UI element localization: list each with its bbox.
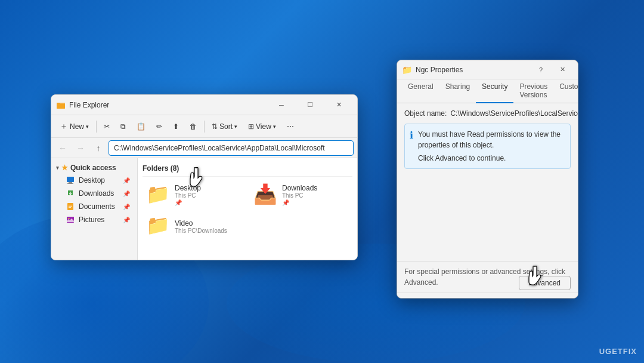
sidebar-item-downloads[interactable]: Downloads 📌	[54, 187, 135, 200]
ngc-footer-info: For special permissions or advanced sett…	[397, 261, 578, 293]
ngc-title-folder-icon: 📁	[402, 65, 412, 75]
view-label: View	[256, 122, 271, 131]
svg-rect-3	[67, 177, 74, 182]
info-box: ℹ You must have Read permissions to view…	[404, 124, 571, 169]
ngc-dialog-buttons: OK Cancel	[397, 293, 578, 299]
view-icon: ⊞	[248, 122, 254, 131]
info-line1: You must have Read permissions to view t…	[418, 130, 561, 149]
video-folder-info: Video This PC\Downloads	[175, 219, 227, 234]
tab-general[interactable]: General	[402, 79, 439, 103]
object-name-value: C:\Windows\ServiceProfiles\LocalService\…	[450, 109, 578, 118]
rename-icon: ✏	[156, 122, 162, 131]
documents-icon	[66, 202, 75, 211]
downloads-pin-icon: 📌	[123, 190, 130, 197]
address-bar: ← → ↑	[51, 138, 357, 158]
ngc-titlebar: 📁 Ngc Properties ? ✕	[397, 60, 578, 79]
ok-button[interactable]: OK	[494, 298, 524, 299]
quick-access-label: Quick access	[70, 164, 116, 172]
cut-button[interactable]: ✂	[99, 121, 114, 133]
fe-maximize-button[interactable]: ☐	[296, 96, 324, 114]
downloads-folder-name: Downloads	[282, 184, 317, 192]
toolbar-separator-2	[204, 121, 205, 133]
more-options-button[interactable]: ⋯	[282, 121, 299, 133]
toolbar-separator-1	[96, 121, 97, 133]
view-chevron-icon: ▾	[273, 124, 276, 130]
ngc-body: Object name: C:\Windows\ServiceProfiles\…	[397, 103, 578, 261]
tab-security[interactable]: Security	[476, 79, 513, 103]
pictures-icon	[66, 215, 75, 224]
quick-access-header[interactable]: ▾ ★ Quick access	[51, 162, 137, 174]
sort-chevron-icon: ▾	[234, 124, 237, 130]
folders-section-header: Folders (8)	[143, 163, 352, 177]
more-icon: ⋯	[287, 122, 294, 131]
svg-rect-9	[69, 207, 71, 208]
video-folder-path: This PC\Downloads	[175, 227, 227, 234]
new-icon: ＋	[60, 121, 68, 132]
ngc-close-button[interactable]: ✕	[552, 61, 573, 78]
svg-rect-5	[67, 183, 73, 184]
paste-button[interactable]: 📋	[132, 121, 150, 133]
sort-icon: ⇅	[212, 122, 218, 131]
file-explorer-app-icon	[56, 100, 66, 110]
copy-icon: ⧉	[120, 122, 126, 131]
documents-label: Documents	[79, 202, 122, 211]
desktop-folder-pin-icon: 📌	[175, 199, 201, 206]
sidebar-item-desktop[interactable]: Desktop 📌	[54, 174, 135, 187]
tab-customize[interactable]: Customize	[553, 79, 578, 103]
downloads-label: Downloads	[79, 189, 122, 198]
forward-button[interactable]: →	[73, 140, 88, 156]
delete-button[interactable]: 🗑	[185, 121, 202, 133]
object-name-label: Object name:	[404, 109, 447, 118]
downloads-folder-path: This PC	[282, 192, 317, 199]
svg-rect-4	[69, 182, 72, 183]
address-input[interactable]	[109, 140, 354, 156]
desktop-folder-info: Desktop This PC 📌	[175, 184, 201, 206]
sidebar-item-pictures[interactable]: Pictures 📌	[54, 213, 135, 226]
new-label: New	[70, 122, 84, 131]
cancel-button[interactable]: Cancel	[528, 298, 571, 299]
svg-rect-2	[57, 104, 65, 109]
file-explorer-toolbar: ＋ New ▾ ✂ ⧉ 📋 ✏ ⬆ 🗑 ⇅ Sort ▾ ⊞	[51, 115, 357, 138]
fe-minimize-button[interactable]: ─	[268, 96, 295, 114]
share-button[interactable]: ⬆	[168, 121, 184, 133]
file-explorer-content: ▾ ★ Quick access Desktop 📌	[51, 158, 357, 260]
new-chevron-icon: ▾	[86, 124, 89, 130]
view-button[interactable]: ⊞ View ▾	[243, 121, 281, 133]
video-folder-name: Video	[175, 219, 227, 227]
desktop-pin-icon: 📌	[123, 177, 130, 184]
fe-close-button[interactable]: ✕	[325, 96, 352, 114]
sort-button[interactable]: ⇅ Sort ▾	[207, 121, 242, 133]
object-name-row: Object name: C:\Windows\ServiceProfiles\…	[404, 109, 571, 118]
sort-label: Sort	[219, 122, 233, 131]
up-button[interactable]: ↑	[91, 140, 106, 156]
sidebar-item-documents[interactable]: Documents 📌	[54, 200, 135, 213]
watermark: UGETFIX	[599, 347, 637, 356]
quick-access-star-icon: ★	[61, 164, 68, 172]
downloads-folder-info: Downloads This PC 📌	[282, 184, 317, 206]
folder-item-desktop[interactable]: 📁 Desktop This PC 📌	[143, 182, 245, 208]
desktop-label: Desktop	[79, 176, 122, 184]
folder-item-downloads[interactable]: 📥 Downloads This PC 📌	[250, 182, 352, 208]
desktop-folder-path: This PC	[175, 192, 201, 199]
desktop-folder-icon-wrap: 📁	[146, 184, 170, 206]
video-folder-icon: 📁	[146, 214, 170, 236]
new-button[interactable]: ＋ New ▾	[55, 119, 94, 134]
ngc-window-controls: ? ✕	[530, 61, 573, 78]
tab-sharing[interactable]: Sharing	[439, 79, 476, 103]
back-button[interactable]: ←	[55, 140, 70, 156]
info-icon: ℹ	[410, 130, 413, 164]
info-message: You must have Read permissions to view t…	[418, 129, 565, 164]
svg-point-11	[69, 218, 70, 219]
folder-item-video[interactable]: 📁 Video This PC\Downloads	[143, 213, 245, 239]
ngc-help-button[interactable]: ?	[530, 61, 552, 78]
desktop-folder-icon: 📁	[146, 183, 170, 205]
delete-icon: 🗑	[190, 122, 197, 131]
tab-previous-versions[interactable]: Previous Versions	[513, 79, 553, 103]
file-explorer-main: Folders (8) 📁 Desktop This PC 📌	[138, 158, 357, 260]
pictures-pin-icon: 📌	[123, 217, 130, 223]
advanced-button[interactable]: Advanced	[519, 276, 571, 290]
ngc-tabs: General Sharing Security Previous Versio…	[397, 79, 578, 103]
sidebar: ▾ ★ Quick access Desktop 📌	[51, 158, 138, 260]
copy-button[interactable]: ⧉	[116, 121, 131, 133]
rename-button[interactable]: ✏	[151, 121, 167, 133]
